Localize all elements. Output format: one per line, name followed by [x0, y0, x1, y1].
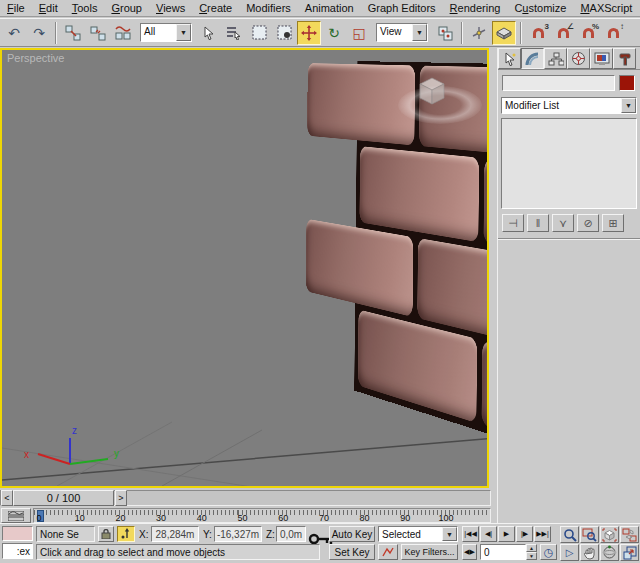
select-and-manipulate-button[interactable] — [467, 21, 491, 45]
go-to-end-button[interactable]: ▶▶| — [534, 526, 551, 542]
menu-views[interactable]: Views — [149, 1, 192, 15]
pin-stack-button[interactable]: ⊣ — [502, 214, 524, 232]
object-name-field[interactable] — [502, 75, 615, 91]
bind-to-space-warp-button[interactable] — [111, 21, 135, 45]
axis-y-label: y — [114, 448, 119, 459]
menu-customize[interactable]: Customize — [507, 1, 573, 15]
track-bar[interactable]: 0102030405060708090100 — [0, 508, 497, 523]
menu-edit[interactable]: Edit — [32, 1, 65, 15]
zoom-region-button[interactable]: ▷ — [560, 544, 579, 561]
selection-lock-toggle[interactable] — [98, 526, 114, 542]
frame-spinner[interactable]: ▲▼ — [526, 544, 537, 560]
zoom-extents-button[interactable] — [600, 526, 619, 543]
menu-maxscript[interactable]: MAXScript — [573, 1, 639, 15]
menu-file[interactable]: File — [0, 1, 32, 15]
menu-graph-editors[interactable]: Graph Editors — [361, 1, 443, 15]
play-button[interactable]: ▶ — [498, 526, 515, 542]
use-pivot-point-center-button[interactable] — [433, 21, 457, 45]
viewport-label[interactable]: Perspective — [7, 52, 64, 64]
arc-rotate-button[interactable] — [600, 544, 619, 561]
go-to-start-button[interactable]: |◀◀ — [462, 526, 479, 542]
chevron-down-icon[interactable]: ▼ — [176, 24, 191, 41]
key-filters-button[interactable]: Key Filters... — [401, 544, 458, 560]
y-coordinate-field[interactable]: -16,327m — [214, 526, 262, 542]
tab-modify[interactable] — [521, 48, 544, 69]
tab-hierarchy[interactable] — [544, 48, 567, 69]
selection-filter-dropdown[interactable]: All▼ — [140, 23, 192, 42]
open-mini-curve-editor-button[interactable] — [1, 508, 31, 523]
select-and-move-button[interactable] — [297, 21, 321, 45]
unlink-selection-button[interactable] — [86, 21, 110, 45]
keyboard-shortcut-override-button[interactable] — [492, 21, 516, 45]
modifier-list-dropdown[interactable]: Modifier List ▼ — [501, 97, 637, 114]
command-panel-tabs — [498, 48, 640, 70]
maxscript-mini-listener[interactable]: :ex — [2, 543, 33, 559]
viewport-perspective[interactable]: Perspective z x — [0, 48, 489, 488]
tab-display[interactable] — [590, 48, 613, 69]
previous-frame-slider-button[interactable]: < — [1, 490, 13, 506]
tab-utilities[interactable] — [613, 48, 636, 69]
select-and-scale-button[interactable]: ◱ — [347, 21, 371, 45]
z-coordinate-field[interactable]: 0,0m — [276, 526, 306, 542]
next-frame-button[interactable]: |▶ — [516, 526, 533, 542]
select-by-name-button[interactable] — [222, 21, 246, 45]
time-configuration-button[interactable]: ◷ — [540, 544, 557, 560]
key-mode-toggle[interactable]: ◀▶ — [462, 544, 477, 560]
menu-modifiers[interactable]: Modifiers — [239, 1, 298, 15]
undo-button[interactable]: ↶ — [2, 21, 26, 45]
percent-snap-button[interactable]: % — [576, 21, 600, 45]
tab-motion[interactable] — [567, 48, 590, 69]
chevron-down-icon[interactable]: ▼ — [412, 24, 427, 41]
track-bar-ticks[interactable]: 0102030405060708090100 — [33, 508, 491, 523]
select-object-button[interactable] — [197, 21, 221, 45]
key-selection-dropdown[interactable]: Selected ▼ — [378, 526, 458, 542]
reference-coordinate-system-dropdown[interactable]: View▼ — [376, 23, 428, 42]
x-coordinate-field[interactable]: 28,284m — [151, 526, 199, 542]
current-frame-field[interactable]: 0 — [480, 544, 526, 560]
track-bar-frame-label: 60 — [278, 513, 288, 523]
viewport-canvas[interactable]: Perspective z x — [2, 50, 487, 486]
default-tangent-button[interactable] — [378, 544, 398, 560]
viewport-nav-row2: ▷ — [560, 544, 639, 561]
rect-selection-region-button[interactable] — [247, 21, 271, 45]
redo-button[interactable]: ↷ — [27, 21, 51, 45]
make-unique-button[interactable]: ⋎ — [552, 214, 574, 232]
absolute-offset-mode-toggle[interactable] — [117, 526, 135, 542]
remove-modifier-button[interactable]: ⊘ — [577, 214, 599, 232]
select-and-rotate-button[interactable]: ↻ — [322, 21, 346, 45]
modifier-stack-list[interactable] — [501, 118, 637, 209]
menu-create[interactable]: Create — [192, 1, 239, 15]
set-key-button[interactable]: Set Key — [329, 544, 375, 560]
auto-key-button[interactable]: Auto Key — [329, 526, 375, 542]
x-coordinate-label: X: — [139, 529, 148, 540]
menu-tools[interactable]: Tools — [65, 1, 105, 15]
tab-create[interactable] — [498, 48, 521, 69]
zoom-extents-all-button[interactable] — [620, 526, 639, 543]
spinner-snap-button[interactable]: ↕ — [601, 21, 625, 45]
viewport-nav-row1 — [560, 526, 639, 543]
next-frame-slider-button[interactable]: > — [115, 490, 127, 506]
chevron-down-icon[interactable]: ▼ — [442, 527, 457, 541]
show-end-result-button[interactable]: ‖ — [527, 214, 549, 232]
menu-group[interactable]: Group — [104, 1, 149, 15]
snap-toggle-3d-button[interactable]: 3 — [526, 21, 550, 45]
time-slider-handle[interactable]: 0 / 100 — [13, 490, 114, 506]
time-slider[interactable]: < 0 / 100 > — [0, 489, 497, 507]
select-and-link-button[interactable] — [61, 21, 85, 45]
configure-modifier-sets-button[interactable]: ⊞ — [602, 214, 624, 232]
zoom-button[interactable] — [560, 526, 579, 543]
menu-rendering[interactable]: Rendering — [443, 1, 508, 15]
magnet-icon — [533, 28, 544, 38]
min-max-toggle-button[interactable] — [620, 544, 639, 561]
zoom-all-button[interactable] — [580, 526, 599, 543]
object-color-swatch[interactable] — [619, 75, 635, 91]
helper-cube-object[interactable] — [414, 76, 450, 112]
chevron-down-icon[interactable]: ▼ — [621, 98, 636, 113]
previous-frame-button[interactable]: ◀| — [480, 526, 497, 542]
window-crossing-button[interactable] — [272, 21, 296, 45]
reference-coordinate-system-dropdown-value: View — [377, 24, 405, 41]
pan-button[interactable] — [580, 544, 599, 561]
menu-animation[interactable]: Animation — [298, 1, 361, 15]
angle-snap-button[interactable]: ∠ — [551, 21, 575, 45]
macro-recorder-line[interactable] — [2, 526, 33, 541]
